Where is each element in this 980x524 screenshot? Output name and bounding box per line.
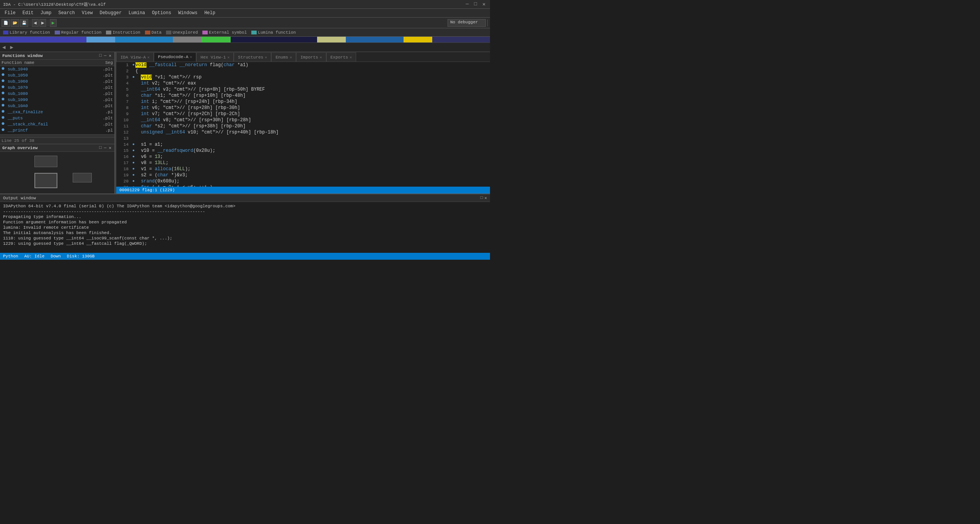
legend-item: Instruction	[106, 30, 140, 35]
graph-float[interactable]: □	[98, 145, 103, 150]
func-name: sub_1090	[8, 98, 99, 102]
code-line[interactable]: 9 int v7; "cmt">// [rsp+2Ch] [rbp-2Ch]	[116, 111, 490, 117]
tab-Enums[interactable]: Enums✕	[271, 52, 296, 62]
code-content: unsigned __int64 v10; "cmt">// [rsp+40h]…	[135, 129, 488, 135]
code-line[interactable]: 13	[116, 135, 490, 142]
code-line[interactable]: 19 ● s2 = (char *)&v3;	[116, 172, 490, 178]
legend-item: Lumina function	[251, 30, 296, 35]
toolbar-save[interactable]: 💾	[20, 19, 28, 27]
cb-unexplored	[202, 37, 230, 42]
toolbar-back[interactable]: ◀	[32, 19, 39, 27]
tab-close[interactable]: ✕	[320, 55, 322, 60]
maximize-btn[interactable]: □	[472, 1, 479, 7]
menu-item-jump[interactable]: Jump	[37, 10, 55, 16]
function-row[interactable]: ⬟ sub_1060 .plt	[0, 78, 114, 85]
menu-item-options[interactable]: Options	[149, 10, 174, 16]
code-line[interactable]: 12 unsigned __int64 v10; "cmt">// [rsp+4…	[116, 129, 490, 135]
menu-item-help[interactable]: Help	[201, 10, 218, 16]
line-dot: ●	[132, 160, 135, 166]
output-line: ----------------------------------------…	[3, 209, 487, 214]
code-line[interactable]: 2 {	[116, 68, 490, 74]
menu-item-lumina[interactable]: Lumina	[125, 10, 148, 16]
function-row[interactable]: ⬟ __stack_chk_fail .plt	[0, 121, 114, 127]
tab-close[interactable]: ✕	[147, 55, 150, 60]
code-line[interactable]: 18 ● v1 = alloca(16LL);	[116, 166, 490, 172]
function-row[interactable]: ⬟ __printf .pl	[0, 127, 114, 133]
graph-controls: □ — ✕	[98, 145, 112, 150]
function-row[interactable]: ⬟ sub_1050 .plt	[0, 72, 114, 78]
toolbar-new[interactable]: 📄	[2, 19, 10, 27]
function-row[interactable]: ⬟ sub_1090 .plt	[0, 97, 114, 103]
function-row[interactable]: ⬟ __puts .plt	[0, 115, 114, 121]
cb-ext	[317, 37, 346, 42]
line-info: Line 25 of 38	[0, 137, 114, 144]
code-line[interactable]: 8 int v6; "cmt">// [rsp+28h] [rbp-30h]	[116, 105, 490, 111]
function-row[interactable]: ⬟ sub_1080 .plt	[0, 91, 114, 97]
line-number: 15	[118, 148, 129, 154]
toolbar-forward[interactable]: ▶	[39, 19, 46, 27]
tab-close[interactable]: ✕	[290, 55, 292, 60]
code-line[interactable]: 14 ● s1 = a1;	[116, 142, 490, 148]
func-type-icon: ⬟	[2, 79, 7, 84]
code-line[interactable]: 16 ● v6 = 13;	[116, 154, 490, 160]
code-area[interactable]: 1 ● void __fastcall __noreturn flag(char…	[116, 62, 490, 187]
code-content: int v7; "cmt">// [rsp+2Ch] [rbp-2Ch]	[135, 111, 488, 117]
tab-close[interactable]: ✕	[190, 55, 192, 59]
code-line[interactable]: 1 ● void __fastcall __noreturn flag(char…	[116, 62, 490, 68]
output-float[interactable]: □	[480, 195, 483, 200]
menu-item-edit[interactable]: Edit	[20, 10, 37, 16]
code-line[interactable]: 4 int v2; "cmt">// eax	[116, 80, 490, 86]
output-close[interactable]: ✕	[484, 195, 487, 200]
func-seg: .plt	[99, 73, 113, 78]
nav-right[interactable]: ▶	[8, 44, 15, 50]
output-line: 1229: using guessed type __int64 __fastc…	[3, 241, 487, 246]
panel-close[interactable]: ✕	[108, 53, 112, 58]
function-row[interactable]: ⬟ sub_10A0 .plt	[0, 103, 114, 109]
right-panel: IDA View-A✕Pseudocode-A✕Hex View-1✕Struc…	[116, 52, 490, 194]
code-line[interactable]: 17 ● v8 = 13LL;	[116, 160, 490, 166]
code-line[interactable]: 6 char *s1; "cmt">// [rsp+10h] [rbp-48h]	[116, 93, 490, 99]
legend-color	[55, 31, 60, 34]
panel-min[interactable]: —	[103, 53, 107, 58]
code-line[interactable]: 20 ● srand(0x608u);	[116, 178, 490, 184]
menu-item-view[interactable]: View	[79, 10, 96, 16]
nav-left[interactable]: ◀	[0, 44, 8, 50]
tab-close[interactable]: ✕	[350, 55, 352, 60]
toolbar-open[interactable]: 📂	[11, 19, 19, 27]
code-line[interactable]: 3 ● void *v1; "cmt">// rsp	[116, 74, 490, 80]
minimize-btn[interactable]: —	[464, 1, 470, 7]
function-row[interactable]: ⬟ sub_1070 .plt	[0, 85, 114, 91]
code-line[interactable]: 11 char *s2; "cmt">// [rsp+38h] [rbp-20h…	[116, 123, 490, 129]
function-row[interactable]: ⬟ __cxa_finalize .pl	[0, 109, 114, 115]
menu-item-file[interactable]: File	[2, 10, 19, 16]
tab-close[interactable]: ✕	[265, 55, 267, 60]
menu-item-search[interactable]: Search	[55, 10, 78, 16]
tab-Structures[interactable]: Structures✕	[234, 52, 271, 62]
menu-item-debugger[interactable]: Debugger	[96, 10, 125, 16]
line-dot: ●	[132, 62, 135, 68]
cb-flag	[404, 37, 432, 42]
tab-Hex-View-1[interactable]: Hex View-1✕	[196, 52, 234, 62]
tab-Exports[interactable]: Exports✕	[326, 52, 356, 62]
panel-float[interactable]: □	[98, 53, 103, 58]
code-line[interactable]: 7 int i; "cmt">// [rsp+24h] [rbp-34h]	[116, 99, 490, 105]
tab-IDA-View-A[interactable]: IDA View-A✕	[116, 52, 154, 62]
functions-scrollbar[interactable]	[0, 134, 114, 137]
legend-item: Data	[145, 30, 161, 35]
func-seg: .plt	[99, 98, 113, 102]
code-line[interactable]: 5 __int64 v3; "cmt">// [rsp+8h] [rbp-50h…	[116, 86, 490, 93]
tab-Imports[interactable]: Imports✕	[296, 52, 326, 62]
toolbar-run[interactable]: ▶	[50, 19, 57, 27]
line-dot: ●	[132, 172, 135, 178]
function-row[interactable]: ⬟ sub_1040 .plt	[0, 66, 114, 72]
code-line[interactable]: 10 __int64 v8; "cmt">// [rsp+30h] [rbp-2…	[116, 117, 490, 123]
code-content: s1 = a1;	[135, 142, 488, 148]
menu-item-windows[interactable]: Windows	[175, 10, 200, 16]
functions-list[interactable]: ⬟ sub_1040 .plt ⬟ sub_1050 .plt ⬟ sub_10…	[0, 66, 114, 134]
code-line[interactable]: 15 ● v10 = __readfsqword(0x28u);	[116, 148, 490, 154]
graph-min[interactable]: —	[103, 145, 107, 150]
tab-Pseudocode-A[interactable]: Pseudocode-A✕	[154, 52, 196, 62]
graph-close[interactable]: ✕	[108, 145, 112, 150]
tab-close[interactable]: ✕	[227, 55, 230, 60]
close-btn[interactable]: ✕	[481, 1, 487, 7]
